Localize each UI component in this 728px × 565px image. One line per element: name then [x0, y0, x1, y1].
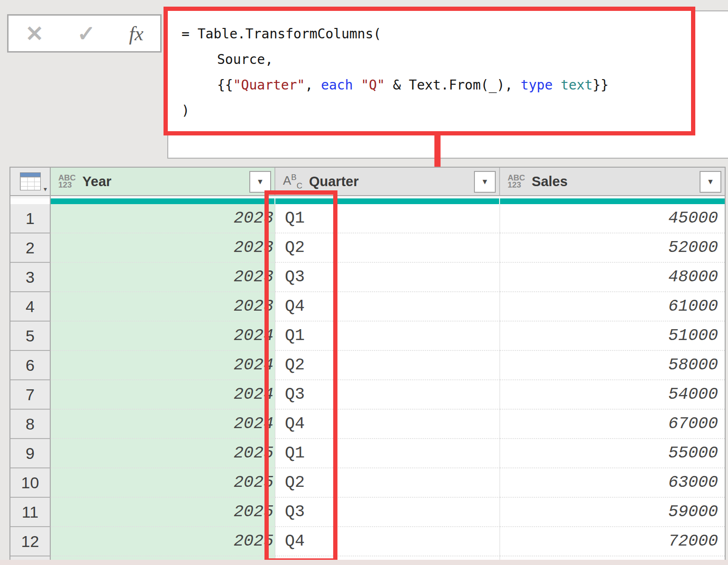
cell-sales[interactable]: 45000 — [500, 204, 725, 233]
code-token: }} — [592, 77, 609, 93]
cell-year[interactable]: 2023 — [51, 233, 275, 263]
cell-year[interactable]: 2023 — [51, 292, 275, 322]
cell-year[interactable]: 2025 — [51, 468, 275, 498]
row-number[interactable]: 4 — [10, 292, 51, 322]
cancel-icon[interactable]: ✕ — [25, 23, 44, 45]
table-row: 12 2025 Q4 72000 — [10, 527, 725, 556]
formula-input[interactable]: = Table.TransformColumns( Source, {{"Qua… — [164, 7, 695, 135]
filter-dropdown-button[interactable]: ▼ — [249, 171, 271, 193]
chevron-down-icon: ▼ — [707, 178, 714, 186]
commit-icon[interactable]: ✓ — [77, 23, 96, 45]
column-header-year[interactable]: ABC123 Year ▼ — [51, 168, 275, 195]
cell-sales[interactable]: 48000 — [500, 263, 725, 292]
table-row: 8 2024 Q4 67000 — [10, 410, 725, 439]
text-type-icon[interactable]: ABC — [283, 173, 302, 190]
table-select-icon — [20, 172, 41, 190]
table-row: 5 2024 Q1 51000 — [10, 322, 725, 351]
row-number[interactable]: 7 — [10, 380, 51, 410]
formula-line-4: ) — [182, 98, 691, 124]
column-header-sales[interactable]: ABC123 Sales ▼ — [500, 168, 725, 195]
select-all-button[interactable]: ▾ — [10, 168, 51, 195]
row-number[interactable]: 8 — [10, 410, 51, 439]
row-number[interactable]: 5 — [10, 322, 51, 351]
chevron-down-icon: ▼ — [481, 178, 489, 186]
code-token — [353, 77, 361, 93]
filter-dropdown-button[interactable]: ▼ — [474, 171, 496, 193]
cell-sales[interactable]: 58000 — [500, 351, 725, 380]
code-token: & Text.From(_), — [385, 77, 521, 93]
row-number[interactable]: 12 — [10, 527, 51, 556]
column-title: Sales — [532, 174, 568, 189]
code-token: , — [305, 77, 321, 93]
row-number[interactable]: 3 — [10, 263, 51, 292]
row-number[interactable]: 6 — [10, 351, 51, 380]
cell-year[interactable]: 2025 — [51, 527, 275, 556]
formula-line-3: {{"Quarter", each "Q" & Text.From(_), ty… — [182, 72, 691, 98]
cell-sales[interactable]: 55000 — [500, 439, 725, 468]
cell-quarter[interactable]: Q2 — [275, 233, 500, 263]
cell-sales[interactable]: 61000 — [500, 292, 725, 322]
table-row: 3 2023 Q3 48000 — [10, 263, 725, 292]
cell-quarter[interactable]: Q3 — [275, 263, 500, 292]
column-header-quarter[interactable]: ABC Quarter ▼ — [275, 168, 500, 195]
table-row: 2 2023 Q2 52000 — [10, 233, 725, 263]
cell-sales[interactable]: 51000 — [500, 322, 725, 351]
code-token-keyword: each — [321, 77, 353, 93]
row-number[interactable]: 2 — [10, 233, 51, 263]
table-row: 4 2023 Q4 61000 — [10, 292, 725, 322]
corner-chevron-icon: ▾ — [44, 186, 47, 192]
number-type-icon[interactable]: ABC123 — [508, 174, 525, 188]
code-token-string: "Q" — [361, 77, 385, 93]
cell-year[interactable]: 2023 — [51, 204, 275, 233]
filter-dropdown-button[interactable]: ▼ — [700, 171, 721, 193]
number-type-icon[interactable]: ABC123 — [58, 174, 76, 188]
cell-quarter[interactable]: Q4 — [275, 527, 500, 556]
cell-year[interactable]: 2024 — [51, 410, 275, 439]
cell-quarter[interactable]: Q2 — [275, 468, 500, 498]
cell-year[interactable]: 2024 — [51, 322, 275, 351]
cell-year[interactable]: 2024 — [51, 380, 275, 410]
cell-year[interactable]: 2024 — [51, 351, 275, 380]
table-row: 9 2025 Q1 55000 — [10, 439, 725, 468]
cell-year[interactable]: 2023 — [51, 263, 275, 292]
formula-line-1: = Table.TransformColumns( — [182, 21, 691, 47]
bottom-margin — [0, 560, 728, 565]
code-token-keyword: type — [521, 77, 553, 93]
row-number[interactable]: 10 — [10, 468, 51, 498]
quality-bar-sales — [500, 198, 725, 204]
cell-sales[interactable]: 72000 — [500, 527, 725, 556]
data-preview-table: ▾ ABC123 Year ▼ ABC Quarter ▼ ABC123 Sal… — [9, 167, 726, 561]
table-row: 1 2023 Q1 45000 — [10, 204, 725, 233]
cell-quarter[interactable]: Q1 — [275, 204, 500, 233]
table-row: 11 2025 Q3 59000 — [10, 498, 725, 527]
cell-quarter[interactable]: Q3 — [275, 380, 500, 410]
column-quality-bar-row — [10, 198, 725, 204]
row-number[interactable]: 9 — [10, 439, 51, 468]
cell-sales[interactable]: 67000 — [500, 410, 725, 439]
cell-sales[interactable]: 59000 — [500, 498, 725, 527]
column-title: Quarter — [309, 174, 359, 189]
cell-year[interactable]: 2025 — [51, 439, 275, 468]
quality-bar-year — [51, 198, 275, 204]
cell-quarter[interactable]: Q2 — [275, 351, 500, 380]
row-number[interactable]: 1 — [10, 204, 51, 233]
cell-year[interactable]: 2025 — [51, 498, 275, 527]
quality-bar-quarter — [275, 198, 500, 204]
cell-quarter[interactable]: Q1 — [275, 322, 500, 351]
cell-sales[interactable]: 63000 — [500, 468, 725, 498]
cell-quarter[interactable]: Q3 — [275, 498, 500, 527]
cell-sales[interactable]: 52000 — [500, 233, 725, 263]
formula-line-2: Source, — [182, 47, 691, 72]
cell-quarter[interactable]: Q4 — [275, 410, 500, 439]
cell-quarter[interactable]: Q4 — [275, 292, 500, 322]
cell-sales[interactable]: 54000 — [500, 380, 725, 410]
code-token-string: "Quarter" — [233, 77, 305, 93]
code-token — [553, 77, 561, 93]
fx-icon[interactable]: fx — [129, 24, 143, 44]
table-row: 7 2024 Q3 54000 — [10, 380, 725, 410]
formula-controls: ✕ ✓ fx — [7, 14, 162, 53]
cell-quarter[interactable]: Q1 — [275, 439, 500, 468]
row-number[interactable]: 11 — [10, 498, 51, 527]
table-row: 6 2024 Q2 58000 — [10, 351, 725, 380]
chevron-down-icon: ▼ — [256, 178, 264, 186]
